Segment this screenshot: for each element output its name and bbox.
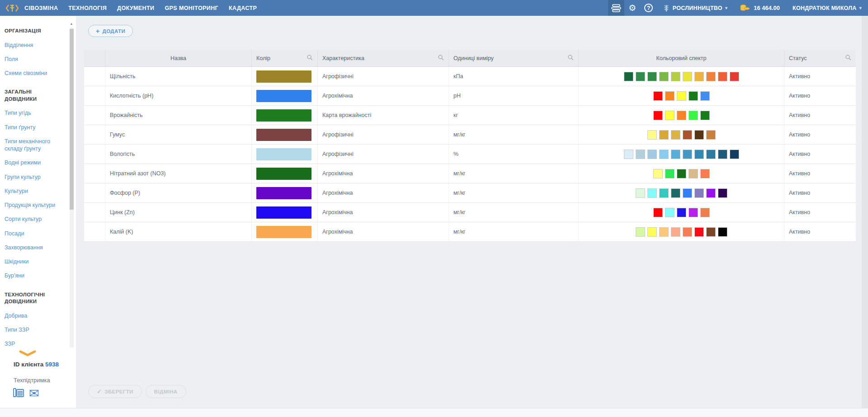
sidebar-item[interactable]: Схеми сівозміни — [5, 70, 61, 77]
sidebar-item[interactable]: Продукція культури — [5, 201, 61, 209]
user-menu[interactable]: КОНДРАТЮК МИКОЛА ▾ — [793, 5, 862, 11]
spectrum-swatch — [659, 72, 669, 81]
search-icon[interactable] — [845, 54, 851, 62]
spectrum-swatch — [706, 72, 716, 81]
sidebar-item[interactable]: Добрива — [5, 312, 61, 319]
add-button-label: ДОДАТИ — [103, 28, 126, 34]
sidebar-item[interactable]: Сорти культур — [5, 216, 61, 223]
help-icon[interactable]: ? — [641, 0, 657, 16]
cell-characteristic: Агрохімічна — [318, 203, 449, 222]
save-button[interactable]: ✓ ЗБЕРЕГТИ — [88, 385, 142, 398]
cell-name: Нітратний азот (NO3) — [105, 164, 252, 183]
sidebar-item[interactable]: Типи механічного складу ґрунту — [5, 138, 61, 153]
scrollbar-thumb[interactable] — [70, 29, 74, 210]
spectrum-swatches — [624, 72, 739, 81]
spectrum-swatch — [689, 208, 698, 217]
chevron-down-icon: ▾ — [725, 5, 727, 10]
cell-color — [252, 125, 318, 144]
search-icon[interactable] — [438, 54, 444, 62]
table-row[interactable]: ВрожайністьКарта врожайностікгАктивно — [84, 106, 856, 125]
sidebar-item[interactable]: Посади — [5, 230, 61, 237]
directories-books-icon[interactable] — [608, 0, 624, 16]
cell-spectrum — [579, 125, 784, 144]
table-row[interactable]: Нітратний азот (NO3)Агрохімічнамг/кгАкти… — [84, 164, 856, 183]
sidebar-item[interactable]: Типи ґрунту — [5, 124, 61, 131]
user-name: КОНДРАТЮК МИКОЛА — [793, 5, 857, 11]
column-header-characteristic: Характеристика — [318, 50, 449, 66]
cell-status: Активно — [784, 203, 856, 222]
sidebar-item[interactable]: ЗЗР — [5, 340, 61, 347]
topbar-menu-item[interactable]: КАДАСТР — [229, 5, 257, 11]
spectrum-swatch — [683, 150, 692, 159]
spectrum-swatch — [706, 188, 716, 198]
table-row[interactable]: ВологістьАгрофізичні%Активно — [84, 145, 856, 164]
sidebar-item[interactable]: Поля — [5, 56, 61, 63]
cell-status: Активно — [784, 67, 856, 86]
spectrum-swatch — [671, 150, 680, 159]
sidebar-item[interactable]: Типи угідь — [5, 109, 61, 117]
search-icon[interactable] — [307, 54, 313, 62]
sidebar-item[interactable]: Захворювання — [5, 244, 61, 251]
cell-index — [84, 125, 105, 144]
color-swatch — [256, 129, 311, 141]
sidebar: ОРГАНІЗАЦІЯВідділенняПоляСхеми сівозміни… — [0, 16, 76, 408]
scroll-up-icon[interactable]: ▴ — [69, 21, 74, 26]
column-header-spectrum: Кольоровий спектр — [579, 50, 784, 66]
spectrum-swatch — [671, 227, 680, 237]
cell-name: Кислотність (pH) — [105, 86, 252, 105]
column-header-index — [84, 50, 105, 66]
email-envelope-icon[interactable]: ✉ — [29, 389, 39, 398]
spectrum-swatch — [677, 169, 686, 178]
sidebar-scrollbar[interactable]: ▴ ▾ — [70, 21, 74, 354]
cell-spectrum — [579, 145, 784, 164]
page-scrollbar[interactable] — [862, 16, 868, 408]
cell-color — [252, 222, 318, 241]
table-row[interactable]: Калій (K)Агрохімічнамг/кгАктивно — [84, 222, 856, 242]
spectrum-swatch — [689, 91, 698, 101]
color-swatch — [256, 90, 311, 102]
table-row[interactable]: Фосфор (P)Агрохімічнамг/кгАктивно — [84, 183, 856, 203]
cell-unit: мг/кг — [449, 203, 579, 222]
spectrum-swatch — [659, 188, 669, 198]
sidebar-item[interactable]: Шкідники — [5, 258, 61, 265]
cell-color — [252, 145, 318, 164]
spectrum-swatch — [694, 130, 704, 140]
sidebar-item[interactable]: Бур'яни — [5, 272, 61, 279]
sidebar-section-title: ОРГАНІЗАЦІЯ — [5, 28, 62, 35]
spectrum-swatch — [665, 169, 675, 178]
topbar-menu-item[interactable]: СІВОЗМІНА — [24, 5, 58, 11]
sidebar-item[interactable]: Культури — [5, 187, 61, 195]
phone-fax-icon[interactable] — [13, 387, 24, 400]
color-swatch — [256, 226, 311, 238]
expand-chevron-icon[interactable] — [19, 350, 36, 356]
search-icon[interactable] — [567, 54, 574, 62]
topbar-menu-item[interactable]: ДОКУМЕНТИ — [117, 5, 154, 11]
table-row[interactable]: ЩільністьАгрофізичнікПаАктивно — [84, 67, 856, 86]
sidebar-section-title: ЗАГАЛЬНІ ДОВІДНИКИ — [5, 89, 62, 103]
spectrum-swatch — [659, 227, 669, 237]
cell-status: Активно — [784, 86, 856, 105]
spectrum-swatch — [677, 91, 686, 101]
cell-color — [252, 203, 318, 222]
scrollbar-track[interactable] — [70, 28, 74, 347]
spectrum-swatch — [683, 130, 692, 140]
spectrum-swatch — [689, 111, 698, 120]
sidebar-item[interactable]: Водні режими — [5, 159, 61, 166]
table-row[interactable]: ГумусАгрофізичнімг/кгАктивно — [84, 125, 856, 145]
workspace-selector[interactable]: РОСЛИННИЦТВО ▾ — [663, 4, 728, 12]
app-logo-wheat-icon[interactable] — [0, 3, 24, 13]
add-button[interactable]: + ДОДАТИ — [88, 25, 133, 37]
sidebar-item[interactable]: Відділення — [5, 42, 61, 49]
balance[interactable]: 16 464.00 — [740, 4, 780, 12]
table-header: Назва Колір Характеристика Одиниці вимір… — [84, 50, 856, 67]
sidebar-item[interactable]: Типи ЗЗР — [5, 326, 61, 333]
table-row[interactable]: Кислотність (pH)АгрохімічнаpHАктивно — [84, 86, 856, 106]
table-row[interactable]: Цинк (Zn)Агрохімічнамг/кгАктивно — [84, 203, 856, 222]
topbar-menu-item[interactable]: GPS МОНІТОРИНГ — [165, 5, 218, 11]
topbar-menu-item[interactable]: ТЕХНОЛОГІЯ — [68, 5, 107, 11]
column-header-color: Колір — [252, 50, 318, 66]
cell-characteristic: Агрохімічна — [318, 222, 449, 241]
settings-gear-icon[interactable]: ⚙ — [624, 0, 641, 16]
sidebar-item[interactable]: Групи культур — [5, 173, 61, 181]
cancel-button[interactable]: ВІДМІНА — [146, 385, 186, 398]
